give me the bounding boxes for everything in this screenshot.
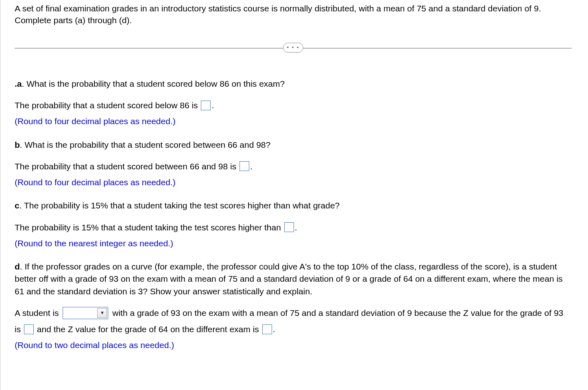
chevron-down-icon: ▼	[97, 308, 107, 318]
part-c-answer-line: The probability is 15% that a student ta…	[15, 219, 572, 236]
part-c-answer-input[interactable]	[284, 222, 294, 232]
part-b-question: b. What is the probability that a studen…	[15, 139, 572, 151]
part-d-question: d. If the professor grades on a curve (f…	[15, 261, 572, 298]
intro-text: A set of final examination grades in an …	[15, 2, 572, 26]
part-b-answer-line: The probability that a student scored be…	[15, 158, 572, 175]
part-d: d. If the professor grades on a curve (f…	[15, 261, 572, 351]
part-d-answer-line: A student is ▼ with a grade of 93 on the…	[15, 305, 572, 337]
part-b-label: b	[15, 140, 20, 149]
part-b-answer-suffix: .	[250, 162, 253, 171]
part-d-label: d	[15, 262, 20, 271]
part-d-seg4: .	[273, 324, 275, 334]
question-page: A set of final examination grades in an …	[0, 0, 588, 390]
part-c-question-text: . The probability is 15% that a student …	[20, 201, 340, 210]
part-d-hint: (Round to two decimal places as needed.)	[15, 339, 572, 351]
part-c-label: c	[15, 201, 20, 210]
part-d-z2-input[interactable]	[262, 324, 272, 334]
part-c-question: c. The probability is 15% that a student…	[15, 199, 572, 212]
part-a-label: .a	[15, 79, 22, 88]
part-d-select[interactable]: ▼	[63, 307, 108, 319]
part-c: c. The probability is 15% that a student…	[15, 199, 572, 249]
part-d-z1-input[interactable]	[24, 324, 34, 334]
part-a-answer-prefix: The probability that a student scored be…	[15, 101, 200, 110]
part-b-answer-prefix: The probability that a student scored be…	[15, 162, 239, 171]
expand-ellipsis-button[interactable]: • • •	[283, 43, 303, 53]
part-d-seg1: A student is	[15, 308, 61, 318]
part-a: .a. What is the probability that a stude…	[15, 78, 572, 127]
part-a-question-text: . What is the probability that a student…	[22, 79, 285, 88]
part-c-answer-prefix: The probability is 15% that a student ta…	[15, 223, 283, 232]
part-b-answer-input[interactable]	[240, 161, 249, 171]
part-a-answer-line: The probability that a student scored be…	[15, 97, 572, 114]
part-b: b. What is the probability that a studen…	[15, 139, 572, 188]
part-a-hint: (Round to four decimal places as needed.…	[15, 115, 572, 127]
part-c-hint: (Round to the nearest integer as needed.…	[15, 237, 572, 249]
ellipsis-icon: • • •	[287, 44, 300, 50]
part-b-hint: (Round to four decimal places as needed.…	[15, 176, 572, 188]
part-a-answer-input[interactable]	[201, 101, 211, 110]
part-c-answer-suffix: .	[295, 223, 297, 232]
section-divider: • • •	[15, 43, 572, 53]
part-d-seg3: and the Z value for the grade of 64 on t…	[35, 324, 261, 334]
part-b-question-text: . What is the probability that a student…	[20, 140, 270, 149]
part-a-answer-suffix: .	[211, 101, 214, 110]
part-d-question-text: . If the professor grades on a curve (fo…	[15, 262, 563, 296]
part-a-question: .a. What is the probability that a stude…	[15, 78, 572, 90]
